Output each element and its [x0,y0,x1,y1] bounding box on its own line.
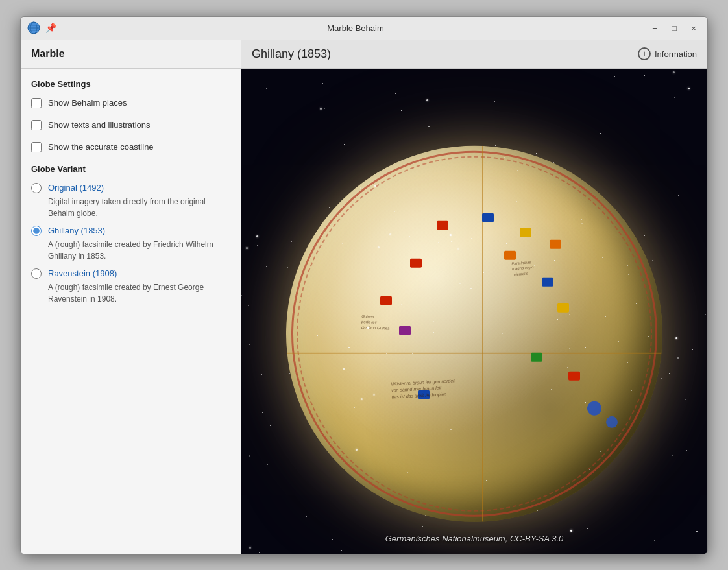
star [344,144,345,145]
show-coastline-label: Show the accurate coastline [48,142,154,152]
map-header: Ghillany (1853) i Information [241,40,707,69]
star [696,525,696,525]
star [686,450,687,451]
star [270,425,271,426]
equator-line [286,352,662,353]
star [674,97,675,98]
star [374,185,376,187]
map-title: Ghillany (1853) [252,47,638,61]
star [494,101,495,102]
variant-ravenstein-radio[interactable] [31,268,42,279]
flag-8 [557,303,569,313]
flag-4 [410,258,422,267]
star [244,495,245,495]
starfield: Wüstenrei braun leit gen norden von sann… [241,69,707,554]
star [678,195,679,196]
star [322,83,323,84]
star [516,201,517,202]
star [574,345,574,346]
variant-original-item: Original (1492) Digital imagery taken di… [31,183,230,219]
star [605,540,605,541]
star [443,158,443,159]
variant-original-description: Digital imagery taken directly from the … [31,196,230,219]
title-bar: 📌 Marble Behaim − □ × [21,17,707,40]
star [618,341,619,342]
star [428,126,430,127]
star [341,550,342,551]
star [692,349,693,350]
star [483,272,484,273]
show-behaim-checkbox[interactable] [31,98,42,108]
star [627,548,627,549]
star [400,174,400,175]
star [257,245,258,246]
star [245,423,246,423]
star [526,355,526,356]
star [705,314,706,315]
star [350,195,350,195]
star [289,373,290,374]
flag-1 [437,220,448,230]
minimize-button[interactable]: − [648,21,662,35]
star [586,143,587,143]
star [624,237,624,238]
star [469,217,470,217]
star [674,370,675,370]
star [471,238,472,239]
star [401,110,402,111]
star [320,108,322,110]
star [343,295,343,296]
globe-container: Wüstenrei braun leit gen norden von sann… [286,145,662,521]
star [451,241,452,242]
star [376,511,376,512]
star [422,526,423,527]
star [648,336,649,337]
globe-border-inner [297,156,652,511]
pin-icon: 📌 [44,21,57,34]
star [450,234,452,236]
star [673,71,675,73]
show-texts-checkbox[interactable] [31,120,42,130]
blue-circle-2 [606,416,618,428]
variant-ghillany-radio[interactable] [31,226,42,236]
star [536,153,537,154]
star [686,516,686,517]
star [329,207,330,208]
variant-original-radio[interactable] [31,183,42,193]
close-button[interactable]: × [686,21,701,35]
star [506,243,507,244]
star [361,377,361,377]
flag-9 [531,352,542,361]
sidebar-content: Globe Settings Show Behaim places Show t… [21,69,241,322]
star [551,389,552,390]
star [466,362,467,362]
star [306,109,306,110]
star [311,202,312,202]
star [403,88,404,88]
maximize-button[interactable]: □ [667,21,681,35]
star [688,88,690,89]
star [249,547,251,549]
star [587,528,588,529]
content-area: Marble Globe Settings Show Behaim places… [21,40,707,554]
star [386,353,387,354]
star [261,255,262,255]
flag-6 [542,277,553,286]
star [701,343,701,344]
show-texts-label: Show texts and illustrations [48,120,151,130]
show-coastline-checkbox[interactable] [31,142,42,152]
star [587,132,587,133]
star [249,455,250,457]
variant-ravenstein-row: Ravenstein (1908) [31,268,230,279]
flag-3 [520,228,531,237]
star [430,140,430,141]
star [616,136,616,136]
star [677,357,679,359]
sidebar: Marble Globe Settings Show Behaim places… [21,40,241,554]
info-button[interactable]: i Information [638,47,697,60]
star [258,303,259,303]
star [450,429,452,430]
star [261,374,262,375]
star [515,80,515,80]
star [354,352,354,353]
